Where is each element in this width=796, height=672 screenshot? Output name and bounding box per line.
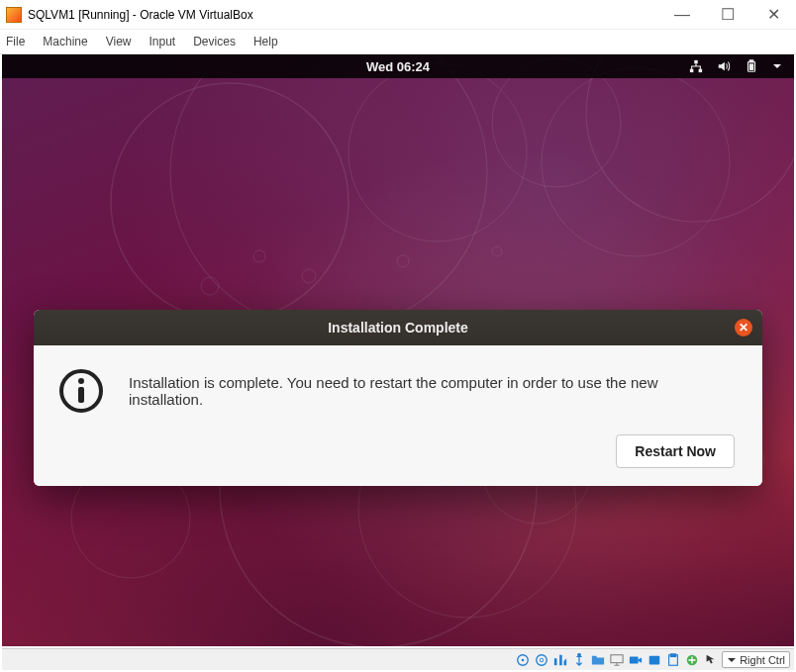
vm-display: Wed 06:24 Installation Complete ✕ [2, 54, 794, 646]
shared-folder-icon[interactable] [590, 652, 606, 668]
gnome-status-area[interactable] [689, 54, 782, 78]
svg-point-4 [542, 68, 730, 256]
svg-rect-36 [671, 653, 676, 656]
svg-point-11 [201, 277, 219, 295]
menu-view[interactable]: View [106, 35, 132, 48]
svg-point-2 [348, 63, 527, 241]
close-icon: ✕ [739, 322, 748, 334]
host-key-label: Right Ctrl [740, 654, 785, 666]
maximize-button[interactable]: ☐ [705, 0, 750, 30]
svg-point-5 [586, 54, 794, 222]
svg-rect-23 [749, 63, 753, 70]
install-complete-dialog: Installation Complete ✕ Installation is … [34, 310, 762, 486]
virtualbox-statusbar: Right Ctrl [2, 648, 794, 670]
svg-rect-34 [649, 655, 660, 664]
info-icon [57, 367, 105, 415]
svg-point-15 [492, 246, 502, 256]
restart-now-button[interactable]: Restart Now [616, 434, 735, 468]
svg-rect-33 [630, 656, 639, 663]
svg-point-13 [302, 269, 316, 283]
host-key-indicator[interactable]: Right Ctrl [722, 651, 790, 668]
svg-rect-20 [699, 69, 703, 73]
svg-point-14 [397, 255, 409, 267]
virtualbox-icon [6, 7, 22, 23]
close-button[interactable]: ✕ [750, 0, 796, 30]
gnome-topbar[interactable]: Wed 06:24 [2, 54, 794, 78]
svg-point-31 [578, 653, 581, 656]
dialog-message: Installation is complete. You need to re… [129, 374, 735, 408]
menu-file[interactable]: File [6, 35, 25, 48]
svg-point-25 [78, 378, 84, 384]
menu-devices[interactable]: Devices [193, 35, 236, 48]
dialog-body: Installation is complete. You need to re… [34, 345, 762, 486]
usb-icon[interactable] [571, 652, 587, 668]
mouse-integration-icon[interactable] [703, 652, 719, 668]
keyboard-icon [727, 655, 737, 665]
harddisk-icon[interactable] [515, 652, 531, 668]
svg-rect-19 [690, 69, 694, 73]
svg-point-12 [253, 250, 265, 262]
network-icon[interactable] [689, 59, 703, 73]
audio-icon[interactable] [647, 652, 662, 668]
display-icon[interactable] [609, 652, 625, 668]
volume-icon[interactable] [717, 59, 731, 73]
window-titlebar: SQLVM1 [Running] - Oracle VM VirtualBox … [0, 0, 796, 30]
minimize-button[interactable]: — [659, 0, 705, 30]
svg-point-0 [111, 83, 348, 321]
dialog-close-button[interactable]: ✕ [735, 319, 752, 336]
svg-rect-22 [749, 60, 753, 62]
svg-point-30 [540, 658, 544, 662]
clipboard-icon[interactable] [665, 652, 681, 668]
menu-input[interactable]: Input [149, 35, 176, 48]
dialog-title: Installation Complete [328, 320, 468, 336]
dialog-titlebar[interactable]: Installation Complete ✕ [34, 310, 762, 345]
menu-machine[interactable]: Machine [43, 35, 87, 48]
svg-point-28 [522, 658, 525, 661]
battery-icon[interactable] [745, 59, 758, 73]
svg-point-29 [537, 654, 547, 665]
svg-rect-32 [611, 654, 623, 662]
menubar: File Machine View Input Devices Help [0, 30, 796, 54]
recording-icon[interactable] [628, 652, 644, 668]
svg-rect-26 [78, 387, 84, 403]
window-title: SQLVM1 [Running] - Oracle VM VirtualBox [28, 8, 253, 22]
dropdown-icon[interactable] [772, 61, 782, 71]
guest-additions-icon[interactable] [684, 652, 700, 668]
network-adapter-icon[interactable] [552, 652, 568, 668]
gnome-clock[interactable]: Wed 06:24 [366, 59, 430, 74]
optical-icon[interactable] [534, 652, 549, 668]
svg-rect-18 [694, 60, 698, 64]
menu-help[interactable]: Help [253, 35, 278, 48]
